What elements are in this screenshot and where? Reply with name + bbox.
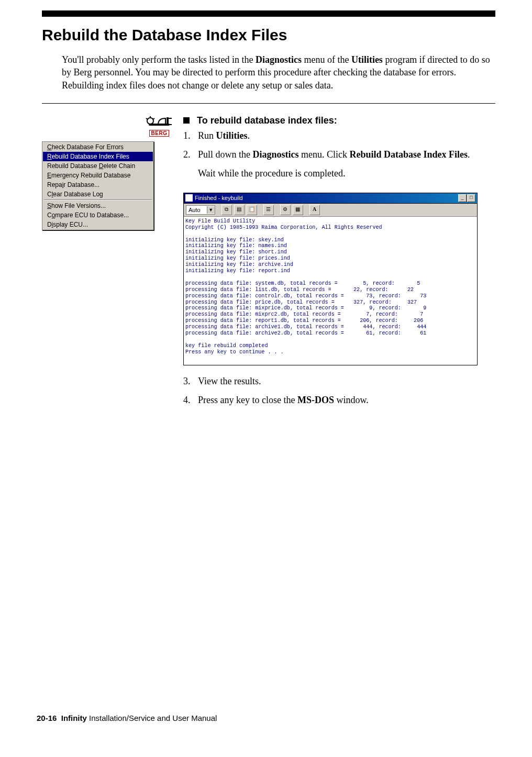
section-divider (42, 103, 495, 104)
menu-item-rebuild-delete-chain[interactable]: Rebuild Database Delete Chain (43, 161, 153, 171)
toolbar-button-font[interactable]: A (309, 205, 320, 215)
toolbar-button-2[interactable]: ▤ (234, 205, 245, 215)
berg-logo: BERG (42, 115, 174, 137)
svg-point-1 (147, 118, 153, 124)
diagnostics-menu: Check Database For Errors Rebuild Databa… (42, 141, 154, 230)
dos-console-output: Key File Build Utility Copyright (C) 198… (184, 217, 477, 365)
task-heading: To rebuild database index files: (197, 115, 337, 126)
font-size-combo[interactable]: Auto ▼ (186, 205, 215, 215)
menu-item-compare-ecu[interactable]: Compare ECU to Database... (43, 210, 153, 220)
dos-window-title: Finished - keybuild (195, 195, 458, 201)
step-1: 1. Run Utilities. (183, 129, 495, 142)
menu-item-rebuild-index[interactable]: Rebuild Database Index Files (43, 152, 153, 161)
toolbar-button-3[interactable]: 📋 (247, 205, 257, 215)
svg-rect-2 (167, 117, 169, 126)
page-footer: 20-16 Infinity Installation/Service and … (37, 714, 217, 722)
menu-item-show-file-versions[interactable]: Show File Versions... (43, 201, 153, 210)
menu-item-display-ecu[interactable]: Display ECU... (43, 220, 153, 229)
page-title: Rebuild the Database Index Files (42, 26, 495, 44)
dos-window-icon (185, 194, 193, 202)
chevron-down-icon: ▼ (207, 206, 215, 214)
menu-item-check-database[interactable]: Check Database For Errors (43, 142, 153, 152)
menu-item-emergency-rebuild[interactable]: Emergency Rebuild Database (43, 171, 153, 180)
step-4: 4. Press any key to close the MS-DOS win… (183, 394, 495, 406)
step-2: 2. Pull down the Diagnostics menu. Click… (183, 148, 495, 186)
minimize-button[interactable]: _ (458, 194, 467, 202)
dos-toolbar: Auto ▼ ⧉ ▤ 📋 ☰ ⚙ ▦ A (184, 204, 477, 217)
dos-window: Finished - keybuild _ □ Auto ▼ ⧉ ▤ 📋 (183, 193, 478, 365)
maximize-button[interactable]: □ (467, 194, 475, 202)
menu-separator (44, 199, 152, 201)
berg-glyph-icon (145, 115, 174, 127)
step-3: 3. View the results. (183, 375, 495, 387)
menu-item-repair-database[interactable]: Repair Database... (43, 180, 153, 190)
berg-brand-label: BERG (149, 130, 170, 137)
toolbar-button-5[interactable]: ⚙ (280, 205, 291, 215)
toolbar-button-1[interactable]: ⧉ (221, 205, 232, 215)
top-bar (42, 10, 495, 17)
dos-titlebar[interactable]: Finished - keybuild _ □ (184, 193, 477, 204)
toolbar-button-6[interactable]: ▦ (293, 205, 303, 215)
square-bullet-icon (183, 117, 190, 124)
menu-item-clear-log[interactable]: Clear Database Log (43, 190, 153, 199)
intro-paragraph: You'll probably only perform the tasks l… (62, 53, 495, 92)
toolbar-button-4[interactable]: ☰ (263, 205, 274, 215)
